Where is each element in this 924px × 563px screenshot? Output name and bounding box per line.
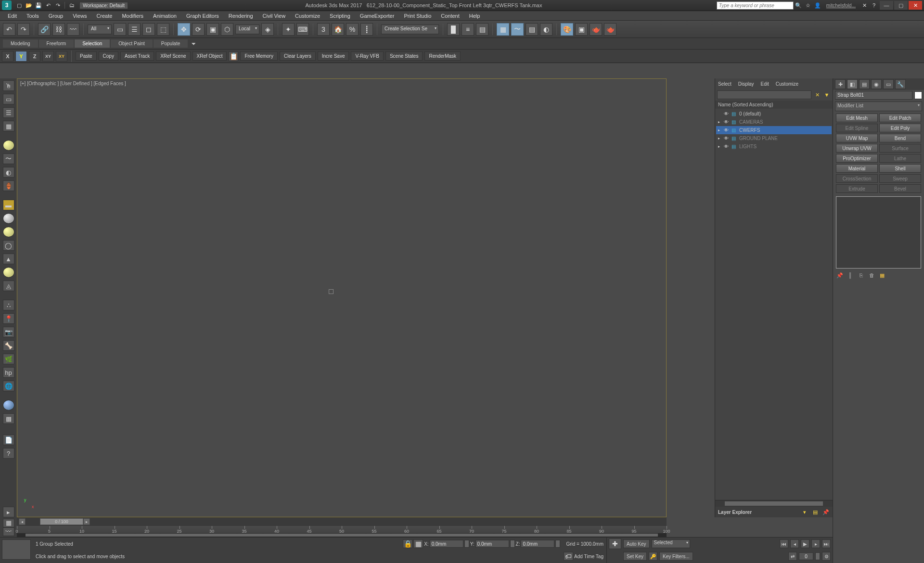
- y-input[interactable]: [475, 540, 509, 548]
- workspace-dropdown[interactable]: Workspace: Default: [79, 2, 128, 9]
- spinner-snap-button[interactable]: ┋: [360, 23, 373, 36]
- menu-group[interactable]: Group: [44, 12, 68, 20]
- configure-sets-icon[interactable]: ▦: [878, 271, 886, 279]
- autokey-button[interactable]: Auto Key: [623, 539, 650, 548]
- render-prod-button[interactable]: 🫖: [604, 23, 616, 36]
- axis-z-button[interactable]: Z: [29, 51, 40, 62]
- time-tag-icon[interactable]: 🏷: [564, 552, 573, 561]
- modifier-material-button[interactable]: Material: [836, 164, 878, 173]
- selection-icon[interactable]: ▭: [3, 94, 14, 104]
- se-menu-select[interactable]: Select: [718, 81, 732, 87]
- render-frame-button[interactable]: ▣: [575, 23, 588, 36]
- pivot-center-button[interactable]: ◈: [261, 23, 274, 36]
- snap-toggle-button[interactable]: 3: [317, 23, 330, 36]
- material-editor-button[interactable]: ◐: [540, 23, 552, 36]
- expand-arrow-icon[interactable]: ▸: [718, 144, 722, 149]
- script-xref-scene-button[interactable]: XRef Scene: [156, 51, 190, 61]
- hierarchy-tab[interactable]: ▤: [859, 79, 870, 89]
- window-crossing-button[interactable]: ⬚: [157, 23, 169, 36]
- select-object-button[interactable]: ▭: [114, 23, 126, 36]
- modifier-edit-mesh-button[interactable]: Edit Mesh: [836, 114, 878, 122]
- absolute-mode-icon[interactable]: ▦: [413, 539, 423, 548]
- script-paste-button[interactable]: Paste: [76, 51, 97, 61]
- scene-row-cameras[interactable]: ▸👁▤CAMERAS: [716, 118, 832, 126]
- key-mode-icon[interactable]: 🔑: [649, 552, 657, 561]
- earth-icon[interactable]: 🌐: [3, 381, 14, 391]
- percent-snap-button[interactable]: %: [346, 23, 359, 36]
- menu-customize[interactable]: Customize: [290, 12, 325, 20]
- mini-viewport[interactable]: [2, 539, 31, 560]
- align-button[interactable]: ≡: [462, 23, 474, 36]
- pin-stack-icon[interactable]: 📌: [836, 271, 844, 279]
- select-region-button[interactable]: ◻: [142, 23, 155, 36]
- ribbon-tab-populate[interactable]: Populate: [154, 39, 188, 48]
- visibility-icon[interactable]: 👁: [724, 144, 730, 149]
- shape-icon[interactable]: ◐: [3, 167, 14, 178]
- render-setup-button[interactable]: 🎨: [561, 23, 573, 36]
- close-button[interactable]: ✕: [909, 1, 922, 10]
- setkey-button[interactable]: Set Key: [623, 552, 647, 561]
- menu-modifiers[interactable]: Modifiers: [117, 12, 148, 20]
- modifier-unwrap-uvw-button[interactable]: Unwrap UVW: [836, 144, 878, 153]
- x-spinner[interactable]: [464, 540, 469, 548]
- user-menu[interactable]: mitchelsfold...: [826, 3, 856, 8]
- clear-filter-icon[interactable]: ✕: [813, 91, 821, 99]
- frame-spinner[interactable]: [815, 552, 820, 560]
- goto-start-button[interactable]: ⏮: [780, 539, 788, 548]
- modifier-edit-patch-button[interactable]: Edit Patch: [879, 114, 921, 122]
- visibility-icon[interactable]: 👁: [724, 111, 730, 116]
- pin-panel-icon[interactable]: 📌: [822, 508, 830, 516]
- x-input[interactable]: [430, 540, 463, 548]
- filter-icon[interactable]: ▼: [823, 91, 831, 99]
- lathe-shape-icon[interactable]: 🏺: [3, 180, 14, 191]
- remove-mod-icon[interactable]: 🗑: [868, 271, 875, 279]
- grid-icon[interactable]: ▦: [3, 121, 14, 131]
- time-config-button[interactable]: ⚙: [822, 552, 831, 561]
- script-icon[interactable]: 📄: [3, 435, 14, 445]
- link-button[interactable]: 🔗: [38, 23, 51, 36]
- scale-button[interactable]: ▣: [206, 23, 219, 36]
- new-icon[interactable]: ▢: [15, 1, 24, 9]
- mouse-icon[interactable]: 🖱: [3, 80, 14, 91]
- ribbon-tab-selection[interactable]: Selection: [75, 39, 110, 48]
- script-xref-object-button[interactable]: XRef Object: [192, 51, 227, 61]
- add-time-tag-button[interactable]: Add Time Tag: [574, 554, 603, 559]
- move-button[interactable]: ✥: [178, 23, 190, 36]
- checker-icon[interactable]: ▩: [3, 413, 14, 424]
- footer-dropdown-icon[interactable]: ▾: [801, 508, 808, 516]
- menu-scripting[interactable]: Scripting: [325, 12, 355, 20]
- manipulate-button[interactable]: ✦: [282, 23, 295, 36]
- material-sphere-icon[interactable]: [3, 400, 14, 410]
- script-incre-save-button[interactable]: Incre Save: [318, 51, 349, 61]
- expand-icon[interactable]: ▸: [3, 507, 14, 517]
- placement-button[interactable]: ⬡: [221, 23, 233, 36]
- modifier-stack[interactable]: [836, 196, 921, 269]
- selection-filter-dropdown[interactable]: All: [88, 25, 112, 34]
- time-slider-track[interactable]: ◂ 0 / 100 ▸: [17, 517, 667, 526]
- show-result-icon[interactable]: ║: [847, 271, 854, 279]
- scene-filter-input[interactable]: [717, 90, 811, 99]
- signin-icon[interactable]: 👤: [813, 1, 822, 9]
- unique-icon[interactable]: ⎘: [857, 271, 865, 279]
- modifier-list-dropdown[interactable]: Modifier List: [835, 102, 922, 111]
- viewport[interactable]: [+] [Orthographic ] [User Defined ] [Edg…: [17, 78, 667, 517]
- geosphere-icon[interactable]: [3, 227, 14, 237]
- layers-button[interactable]: ▤: [476, 23, 488, 36]
- axis-xy-restrict-button[interactable]: XY: [56, 51, 67, 62]
- select-by-name-button[interactable]: ☰: [128, 23, 141, 36]
- goto-end-button[interactable]: ⏭: [822, 539, 831, 548]
- prev-frame-button[interactable]: ◂: [790, 539, 799, 548]
- ribbon-tab-freeform[interactable]: Freeform: [39, 39, 74, 48]
- object-name-input[interactable]: Strap Bolt01: [835, 91, 912, 100]
- menu-create[interactable]: Create: [91, 12, 117, 20]
- axis-x-button[interactable]: X: [2, 51, 13, 62]
- list-icon[interactable]: ☰: [3, 107, 14, 118]
- schematic-view-button[interactable]: ▤: [526, 23, 538, 36]
- toggle-ribbon-button[interactable]: ▦: [497, 23, 509, 36]
- menu-views[interactable]: Views: [68, 12, 91, 20]
- rotate-button[interactable]: ⟳: [192, 23, 205, 36]
- play-button[interactable]: ▶: [801, 539, 809, 548]
- display-tab[interactable]: ▭: [883, 79, 894, 89]
- se-menu-edit[interactable]: Edit: [761, 81, 769, 87]
- ribbon-tab-object-paint[interactable]: Object Paint: [111, 39, 152, 48]
